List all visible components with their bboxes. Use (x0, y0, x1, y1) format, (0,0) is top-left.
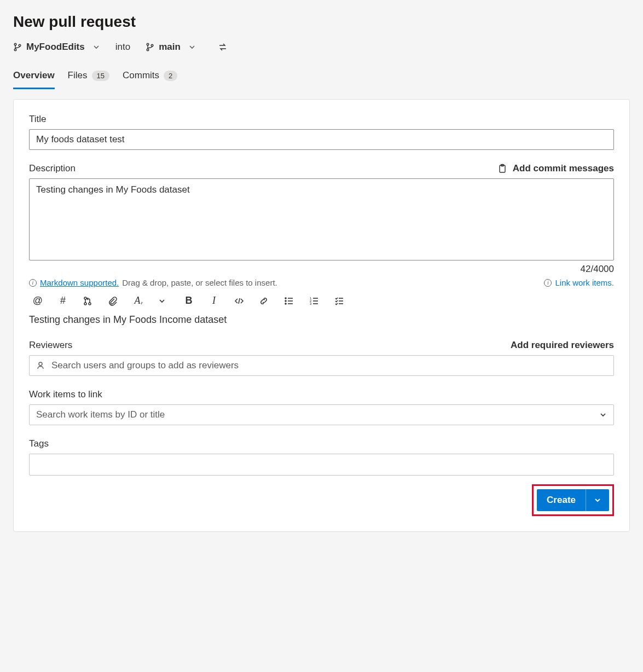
info-icon: i (29, 279, 37, 287)
svg-point-3 (147, 43, 149, 45)
work-items-placeholder: Search work items by ID or title (36, 409, 165, 420)
svg-text:3: 3 (310, 302, 312, 305)
checklist-icon[interactable] (334, 296, 345, 306)
tags-label: Tags (29, 438, 614, 449)
chevron-down-icon (188, 43, 196, 51)
link-work-items-link[interactable]: i Link work items. (544, 278, 614, 287)
editor-toolbar: @ # Aᵧ B I (29, 293, 614, 314)
svg-point-12 (285, 300, 286, 302)
svg-point-4 (147, 49, 149, 51)
svg-point-8 (84, 297, 86, 299)
numbered-list-icon[interactable]: 1 2 3 (309, 296, 320, 306)
target-branch-name: main (159, 42, 181, 53)
tabs: Overview Files 15 Commits 2 (13, 66, 630, 89)
link-work-items-label: Link work items. (555, 278, 614, 287)
tab-files[interactable]: Files 15 (68, 66, 109, 89)
tab-label: Files (68, 70, 88, 81)
svg-point-10 (89, 303, 91, 305)
chevron-down-icon[interactable] (158, 297, 169, 305)
form-card: Title Description Add commit messages Te… (13, 99, 630, 532)
clipboard-icon (497, 164, 507, 173)
tab-badge: 15 (92, 71, 109, 81)
create-button-dropdown[interactable] (586, 489, 609, 511)
branch-icon (146, 43, 154, 51)
mention-icon[interactable]: @ (32, 295, 43, 306)
italic-icon[interactable]: I (208, 295, 219, 306)
drag-hint: Drag & drop, paste, or select files to i… (122, 278, 277, 287)
work-items-label: Work items to link (29, 389, 614, 400)
add-commit-messages-label: Add commit messages (513, 163, 614, 174)
description-label: Description (29, 163, 76, 174)
target-branch-selector[interactable]: main (146, 42, 196, 53)
tab-label: Overview (13, 70, 55, 81)
tags-input[interactable] (29, 454, 614, 476)
source-branch-selector[interactable]: MyFoodEdits (13, 42, 100, 53)
svg-point-5 (151, 44, 153, 47)
description-preview: Testing changes in My Foods Income datas… (29, 314, 614, 326)
create-button[interactable]: Create (537, 489, 609, 511)
chevron-down-icon (599, 411, 607, 419)
add-required-reviewers-label: Add required reviewers (511, 340, 614, 351)
pull-request-icon[interactable] (83, 296, 94, 306)
link-icon[interactable] (259, 296, 270, 306)
reviewers-label: Reviewers (29, 340, 72, 351)
tab-overview[interactable]: Overview (13, 66, 55, 89)
source-branch-name: MyFoodEdits (26, 42, 85, 53)
page-title: New pull request (13, 13, 630, 31)
bold-icon[interactable]: B (183, 295, 194, 306)
info-icon: i (544, 279, 552, 287)
text-style-icon[interactable]: Aᵧ (133, 295, 144, 306)
reviewers-placeholder: Search users and groups to add as review… (51, 360, 239, 371)
svg-point-11 (285, 298, 286, 299)
char-counter: 42/4000 (29, 264, 614, 275)
title-label: Title (29, 114, 614, 125)
bullet-list-icon[interactable] (284, 296, 295, 306)
create-button-label: Create (537, 489, 586, 511)
chevron-down-icon (92, 43, 100, 51)
svg-point-1 (14, 49, 16, 51)
branch-icon (13, 43, 22, 51)
swap-branches-button[interactable] (218, 42, 228, 52)
create-button-highlight: Create (532, 484, 614, 516)
svg-point-13 (285, 303, 286, 304)
tab-badge: 2 (164, 71, 177, 81)
tab-label: Commits (123, 70, 159, 81)
description-input[interactable]: Testing changes in My Foods dataset (29, 178, 614, 260)
code-icon[interactable] (234, 296, 245, 306)
attachment-icon[interactable] (108, 296, 119, 306)
work-items-input[interactable]: Search work items by ID or title (29, 404, 614, 425)
tab-commits[interactable]: Commits 2 (123, 66, 177, 89)
svg-point-17 (39, 362, 42, 366)
person-icon (36, 361, 45, 370)
add-commit-messages-button[interactable]: Add commit messages (497, 163, 614, 174)
add-required-reviewers-button[interactable]: Add required reviewers (511, 340, 614, 351)
title-input[interactable] (29, 129, 614, 150)
reviewers-input[interactable]: Search users and groups to add as review… (29, 355, 614, 376)
svg-point-0 (14, 43, 16, 45)
branch-row: MyFoodEdits into main (13, 42, 630, 53)
hashtag-icon[interactable]: # (57, 295, 68, 306)
into-label: into (106, 42, 140, 53)
svg-point-2 (19, 44, 21, 47)
svg-point-9 (84, 303, 86, 305)
markdown-supported-link[interactable]: Markdown supported. (40, 278, 119, 287)
